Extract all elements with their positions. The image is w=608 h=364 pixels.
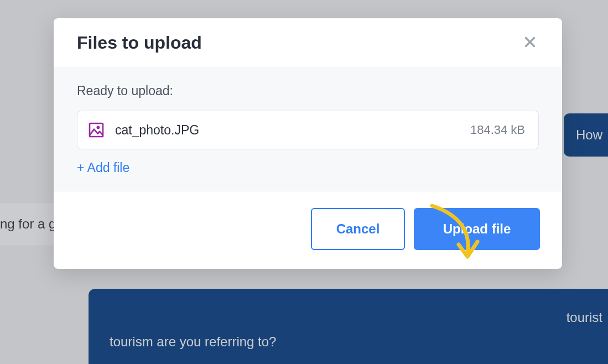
close-icon [523,35,537,51]
close-button[interactable] [520,33,540,53]
upload-file-button[interactable]: Upload file [414,208,540,250]
file-size: 184.34 kB [470,123,525,137]
upload-modal: Files to upload Ready to upload: cat_pho… [54,18,562,269]
modal-body: Ready to upload: cat_photo.JPG 184.34 kB… [54,67,562,191]
modal-footer: Cancel Upload file [54,191,562,269]
modal-header: Files to upload [54,18,562,67]
ready-to-upload-label: Ready to upload: [77,84,539,98]
cancel-button[interactable]: Cancel [311,208,405,250]
image-file-icon [87,121,105,139]
file-name: cat_photo.JPG [115,123,460,138]
add-file-button[interactable]: + Add file [77,160,129,175]
svg-rect-2 [90,123,103,137]
svg-point-3 [97,127,99,128]
file-row: cat_photo.JPG 184.34 kB [77,111,539,149]
modal-title: Files to upload [77,33,202,53]
